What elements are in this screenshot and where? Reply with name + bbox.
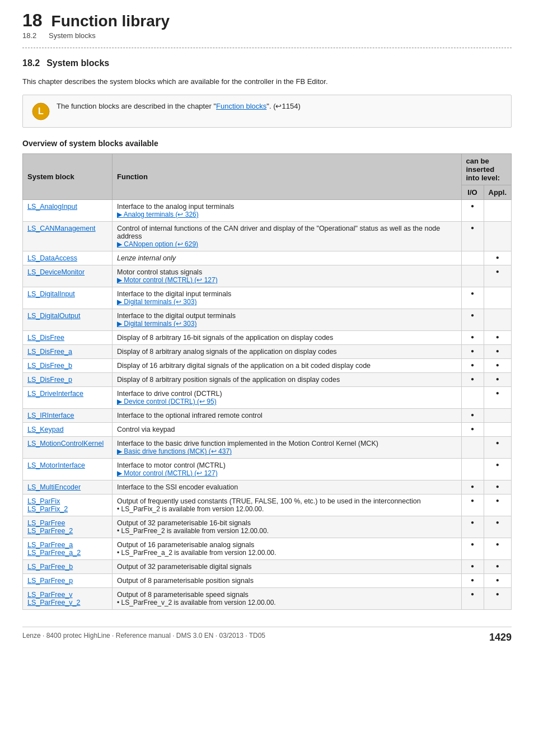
- appl-bullet: ●: [489, 519, 507, 525]
- cell-io: ●: [461, 423, 484, 437]
- cell-io: ●: [461, 222, 484, 251]
- system-block-link[interactable]: LS_DisFree_p: [27, 376, 72, 384]
- system-block-link[interactable]: LS_CANManagement: [27, 225, 96, 232]
- appl-bullet: ●: [489, 334, 507, 340]
- cell-appl: [484, 200, 512, 222]
- system-block-link[interactable]: LS_DigitalInput: [27, 290, 75, 298]
- system-block-link[interactable]: LS_ParFree_p: [27, 577, 73, 585]
- system-block-link[interactable]: LS_ParFree_2: [27, 527, 73, 535]
- system-block-link[interactable]: LS_MultiEncoder: [27, 483, 81, 491]
- function-main-text: Interface to the optional infrared remot…: [117, 412, 263, 419]
- function-sub-text: • LS_ParFree_2 is available from version…: [117, 527, 457, 535]
- system-block-link[interactable]: LS_ParFree_a_2: [27, 549, 81, 557]
- cell-function: Interface to motor control (MCTRL)▶ Moto…: [113, 459, 462, 480]
- function-main-text: Output of frequently used constants (TRU…: [117, 497, 421, 505]
- system-block-link[interactable]: LS_DisFree_a: [27, 348, 72, 356]
- function-sub-link[interactable]: ▶ Device control (DCTRL) (↩ 95): [117, 398, 457, 405]
- function-sub-link[interactable]: ▶ Basic drive functions (MCK) (↩ 437): [117, 447, 457, 455]
- table-row: LS_KeypadControl via keypad●: [23, 423, 512, 437]
- cell-appl: ●: [484, 359, 512, 373]
- io-bullet: ●: [466, 591, 479, 597]
- section-number-small: 18.2: [22, 31, 36, 40]
- function-blocks-link[interactable]: Function blocks: [216, 102, 266, 110]
- system-block-link[interactable]: LS_DigitalOutput: [27, 312, 81, 320]
- system-block-link[interactable]: LS_DisFree: [27, 334, 64, 342]
- cell-system-block: LS_DisFree: [23, 331, 113, 345]
- function-sub-link[interactable]: ▶ Digital terminals (↩ 303): [117, 298, 457, 306]
- system-block-link[interactable]: LS_MotorInterface: [27, 461, 85, 469]
- cell-function: Output of 32 parameterisable 16-bit sign…: [113, 516, 462, 538]
- table-row: LS_ParFixLS_ParFix_2Output of frequently…: [23, 494, 512, 516]
- system-block-link[interactable]: LS_DataAccess: [27, 254, 77, 262]
- io-bullet: ●: [466, 497, 479, 503]
- table-row: LS_DeviceMonitorMotor control status sig…: [23, 265, 512, 287]
- table-row: LS_ParFree_vLS_ParFree_v_2Output of 8 pa…: [23, 588, 512, 610]
- system-block-link[interactable]: LS_ParFix_2: [27, 505, 68, 513]
- function-main-text: Display of 8 arbitrary position signals …: [117, 376, 340, 384]
- cell-system-block: LS_DigitalOutput: [23, 309, 113, 331]
- cell-system-block: LS_DataAccess: [23, 251, 113, 265]
- system-block-link[interactable]: LS_ParFree: [27, 519, 65, 527]
- io-bullet: ●: [466, 312, 479, 318]
- cell-io: ●: [461, 309, 484, 331]
- table-row: LS_DataAccessLenze internal only●: [23, 251, 512, 265]
- cell-appl: ●: [484, 494, 512, 516]
- section-number-heading: 18.2: [22, 58, 40, 68]
- chapter-number: 18: [22, 11, 43, 29]
- function-sub-link[interactable]: ▶ CANopen option (↩ 629): [117, 240, 457, 248]
- function-main-text: Interface to the digital input terminals: [117, 290, 231, 298]
- system-block-link[interactable]: LS_ParFree_v_2: [27, 599, 81, 606]
- cell-function: Display of 8 arbitrary position signals …: [113, 373, 462, 387]
- cell-io: [461, 459, 484, 480]
- function-main-text: Interface to the SSI encoder evaluation: [117, 483, 238, 491]
- function-main-text: Interface to the digital output terminal…: [117, 312, 236, 320]
- appl-bullet: ●: [489, 563, 507, 569]
- cell-appl: [484, 409, 512, 423]
- cell-io: ●: [461, 516, 484, 538]
- cell-function: Display of 8 arbitrary 16-bit signals of…: [113, 331, 462, 345]
- function-sub-link[interactable]: ▶ Digital terminals (↩ 303): [117, 320, 457, 328]
- io-bullet: ●: [466, 519, 479, 525]
- cell-appl: [484, 423, 512, 437]
- function-main-text: Motor control status signals: [117, 268, 202, 276]
- section-heading-row: 18.2 System blocks: [22, 58, 512, 74]
- function-sub-link[interactable]: ▶ Motor control (MCTRL) (↩ 127): [117, 276, 457, 284]
- table-row: LS_IRInterfaceInterface to the optional …: [23, 409, 512, 423]
- cell-system-block: LS_CANManagement: [23, 222, 113, 251]
- system-block-link[interactable]: LS_DisFree_b: [27, 362, 72, 370]
- function-sub-link[interactable]: ▶ Analog terminals (↩ 326): [117, 211, 457, 218]
- cell-function: Interface to the SSI encoder evaluation: [113, 480, 462, 494]
- table-row: LS_DisFree_bDisplay of 16 arbitrary digi…: [23, 359, 512, 373]
- function-main-text: Control via keypad: [117, 426, 175, 433]
- footer-left: Lenze · 8400 protec HighLine · Reference…: [22, 632, 265, 643]
- function-sub-link[interactable]: ▶ Motor control (MCTRL) (↩ 127): [117, 469, 457, 477]
- function-sub-text: • LS_ParFree_a_2 is available from versi…: [117, 549, 457, 557]
- th-io: I/O: [461, 185, 484, 200]
- cell-system-block: LS_IRInterface: [23, 409, 113, 423]
- system-block-link[interactable]: LS_ParFree_v: [27, 591, 73, 599]
- system-block-link[interactable]: LS_AnalogInput: [27, 203, 77, 211]
- cell-appl: ●: [484, 345, 512, 359]
- footer: Lenze · 8400 protec HighLine · Reference…: [22, 627, 512, 643]
- cell-appl: ●: [484, 251, 512, 265]
- table-row: LS_DigitalOutputInterface to the digital…: [23, 309, 512, 331]
- io-bullet: ●: [466, 225, 479, 231]
- function-main-text: Interface to the basic drive function im…: [117, 440, 378, 447]
- cell-io: ●: [461, 574, 484, 588]
- system-block-link[interactable]: LS_ParFix: [27, 497, 60, 505]
- system-block-link[interactable]: LS_DeviceMonitor: [27, 268, 85, 276]
- system-block-link[interactable]: LS_MotionControlKernel: [27, 440, 104, 447]
- table-row: LS_AnalogInputInterface to the analog in…: [23, 200, 512, 222]
- info-box: L The function blocks are described in t…: [22, 95, 512, 128]
- system-block-link[interactable]: LS_IRInterface: [27, 412, 74, 419]
- cell-system-block: LS_ParFree_vLS_ParFree_v_2: [23, 588, 113, 610]
- io-bullet: ●: [466, 426, 479, 432]
- system-block-link[interactable]: LS_ParFree_a: [27, 541, 73, 549]
- system-blocks-table: System block Function can be inserted in…: [22, 153, 512, 610]
- cell-io: [461, 265, 484, 287]
- system-block-link[interactable]: LS_ParFree_b: [27, 563, 73, 571]
- cell-appl: [484, 222, 512, 251]
- cell-io: ●: [461, 373, 484, 387]
- system-block-link[interactable]: LS_DriveInterface: [27, 390, 83, 398]
- system-block-link[interactable]: LS_Keypad: [27, 426, 64, 433]
